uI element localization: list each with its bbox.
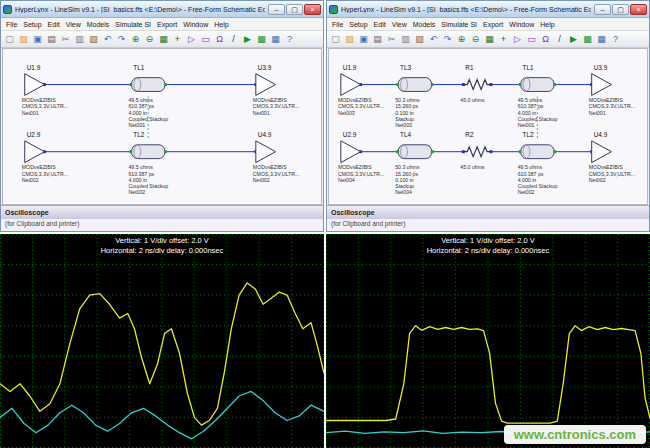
zoom-out-icon[interactable]: ⊖ xyxy=(143,33,156,46)
oscilloscope-icon[interactable]: ▩ xyxy=(255,33,268,46)
spreadsheet-icon[interactable]: ▦ xyxy=(595,33,608,46)
oscilloscope-panel-titlebar[interactable]: Oscilloscope xyxy=(327,205,649,219)
crosshair-icon[interactable]: + xyxy=(171,33,184,46)
menu-export[interactable]: Export xyxy=(154,21,180,28)
minimize-button[interactable]: – xyxy=(268,4,285,15)
open-folder-icon[interactable]: ▨ xyxy=(17,33,30,46)
undo-icon[interactable]: ↶ xyxy=(427,33,440,46)
menu-view[interactable]: View xyxy=(63,21,84,28)
undo-icon[interactable]: ↶ xyxy=(101,33,114,46)
menu-file[interactable]: File xyxy=(3,21,20,28)
run-simulation-icon[interactable]: ▶ xyxy=(241,33,254,46)
close-button[interactable]: × xyxy=(304,4,321,15)
tline-symbol[interactable] xyxy=(521,145,555,159)
add-resistor-icon[interactable]: Ω xyxy=(213,33,226,46)
help-icon[interactable]: ? xyxy=(609,33,622,46)
menu-file[interactable]: File xyxy=(329,21,346,28)
print-icon[interactable]: ▤ xyxy=(45,33,58,46)
component-U3.9[interactable]: U3.9MODvsEZIBISCMOS,3.3V,ULTR...Net001 xyxy=(589,64,635,116)
menu-setup[interactable]: Setup xyxy=(20,21,44,28)
component-U2.9[interactable]: U2.9MODvsEZIBISCMOS,3.3V,ULTR...Net002 xyxy=(22,131,68,183)
maximize-button[interactable]: ▢ xyxy=(612,4,629,15)
crosshair-icon[interactable]: + xyxy=(497,33,510,46)
wire-icon[interactable]: / xyxy=(553,33,566,46)
buffer-symbol[interactable] xyxy=(25,141,45,163)
copy-icon[interactable]: ▥ xyxy=(399,33,412,46)
wire-icon[interactable]: / xyxy=(227,33,240,46)
help-icon[interactable]: ? xyxy=(283,33,296,46)
menu-help[interactable]: Help xyxy=(537,21,557,28)
buffer-symbol[interactable] xyxy=(25,74,45,96)
save-icon[interactable]: ▣ xyxy=(31,33,44,46)
new-file-icon[interactable]: ▢ xyxy=(3,33,16,46)
component-U4.9[interactable]: U4.9MODvsEZIBISCMOS,3.3V,ULTR...Net002 xyxy=(589,131,635,183)
buffer-symbol[interactable] xyxy=(256,141,276,163)
menu-edit[interactable]: Edit xyxy=(45,21,63,28)
spreadsheet-icon[interactable]: ▦ xyxy=(269,33,282,46)
menu-export[interactable]: Export xyxy=(480,21,506,28)
menu-models[interactable]: Models xyxy=(410,21,439,28)
maximize-button[interactable]: ▢ xyxy=(286,4,303,15)
component-R1[interactable]: R145.0 ohms xyxy=(460,64,491,104)
buffer-symbol[interactable] xyxy=(341,74,361,96)
schematic-canvas[interactable]: U1.9MODvsEZIBISCMOS,3.3V,ULTR...Net001TL… xyxy=(2,48,322,205)
probe-dot[interactable] xyxy=(553,150,556,153)
component-R2[interactable]: R245.0 ohms xyxy=(460,131,491,171)
probe-dot[interactable] xyxy=(396,83,399,86)
probe-dot[interactable] xyxy=(519,83,522,86)
component-TL1[interactable]: TL149.5 ohms610.387 ps4.000 inCoupled St… xyxy=(518,64,558,128)
paste-icon[interactable]: ▧ xyxy=(413,33,426,46)
close-button[interactable]: × xyxy=(630,4,647,15)
probe-dot[interactable] xyxy=(431,150,434,153)
probe-dot[interactable] xyxy=(431,83,434,86)
save-icon[interactable]: ▣ xyxy=(357,33,370,46)
menu-simulate-si[interactable]: Simulate SI xyxy=(438,21,480,28)
add-tline-icon[interactable]: ▭ xyxy=(525,33,538,46)
probe-dot[interactable] xyxy=(164,83,167,86)
tline-symbol[interactable] xyxy=(398,78,432,92)
tline-symbol[interactable] xyxy=(131,145,165,159)
zoom-in-icon[interactable]: ⊕ xyxy=(455,33,468,46)
window-titlebar[interactable]: HyperLynx - LineSim v9.1 - [SI_basics.ff… xyxy=(1,1,323,18)
zoom-all-icon[interactable]: ▦ xyxy=(483,33,496,46)
buffer-symbol[interactable] xyxy=(592,74,612,96)
tline-symbol[interactable] xyxy=(521,78,555,92)
component-TL2[interactable]: TL249.5 ohms610.387 ps4.000 inCoupled St… xyxy=(128,131,168,195)
oscilloscope-icon[interactable]: ▩ xyxy=(581,33,594,46)
menu-simulate-si[interactable]: Simulate SI xyxy=(112,21,154,28)
add-ic-icon[interactable]: ▷ xyxy=(185,33,198,46)
component-TL3[interactable]: TL350.3 ohms15.260 ps0.100 inStackupNet0… xyxy=(395,64,434,128)
component-U1.9[interactable]: U1.9MODvsEZIBISCMOS,3.3V,ULTR...Net001 xyxy=(22,64,68,116)
menu-help[interactable]: Help xyxy=(211,21,231,28)
add-tline-icon[interactable]: ▭ xyxy=(199,33,212,46)
cut-icon[interactable]: ✂ xyxy=(59,33,72,46)
component-TL1[interactable]: TL149.5 ohms610.387 ps4.000 inCoupled St… xyxy=(128,64,168,128)
component-U2.9[interactable]: U2.9MODvsEZIBISCMOS,3.3V,ULTR...Net004 xyxy=(338,131,384,183)
new-file-icon[interactable]: ▢ xyxy=(329,33,342,46)
tline-symbol[interactable] xyxy=(398,145,432,159)
probe-dot[interactable] xyxy=(519,150,522,153)
buffer-symbol[interactable] xyxy=(256,74,276,96)
menu-window[interactable]: Window xyxy=(506,21,537,28)
oscilloscope-panel-titlebar[interactable]: Oscilloscope xyxy=(1,205,323,219)
component-U4.9[interactable]: U4.9MODvsEZIBISCMOS,3.3V,ULTR...Net002 xyxy=(253,131,299,183)
menu-view[interactable]: View xyxy=(389,21,410,28)
component-U3.9[interactable]: U3.9MODvsEZIBISCMOS,3.3V,ULTR...Net001 xyxy=(253,64,299,116)
component-TL4[interactable]: TL450.3 ohms15.260 ps0.100 inStackupNet0… xyxy=(395,131,434,195)
tline-symbol[interactable] xyxy=(131,78,165,92)
probe-dot[interactable] xyxy=(164,150,167,153)
probe-dot[interactable] xyxy=(396,150,399,153)
redo-icon[interactable]: ↷ xyxy=(441,33,454,46)
menu-models[interactable]: Models xyxy=(84,21,113,28)
resistor-symbol[interactable] xyxy=(463,80,491,90)
menu-edit[interactable]: Edit xyxy=(371,21,389,28)
cut-icon[interactable]: ✂ xyxy=(385,33,398,46)
add-ic-icon[interactable]: ▷ xyxy=(511,33,524,46)
probe-dot[interactable] xyxy=(553,83,556,86)
component-U1.9[interactable]: U1.9MODvsEZIBISCMOS,3.3V,ULTR...Net003 xyxy=(338,64,384,116)
zoom-in-icon[interactable]: ⊕ xyxy=(129,33,142,46)
zoom-all-icon[interactable]: ▦ xyxy=(157,33,170,46)
buffer-symbol[interactable] xyxy=(592,141,612,163)
add-resistor-icon[interactable]: Ω xyxy=(539,33,552,46)
resistor-symbol[interactable] xyxy=(463,147,491,157)
